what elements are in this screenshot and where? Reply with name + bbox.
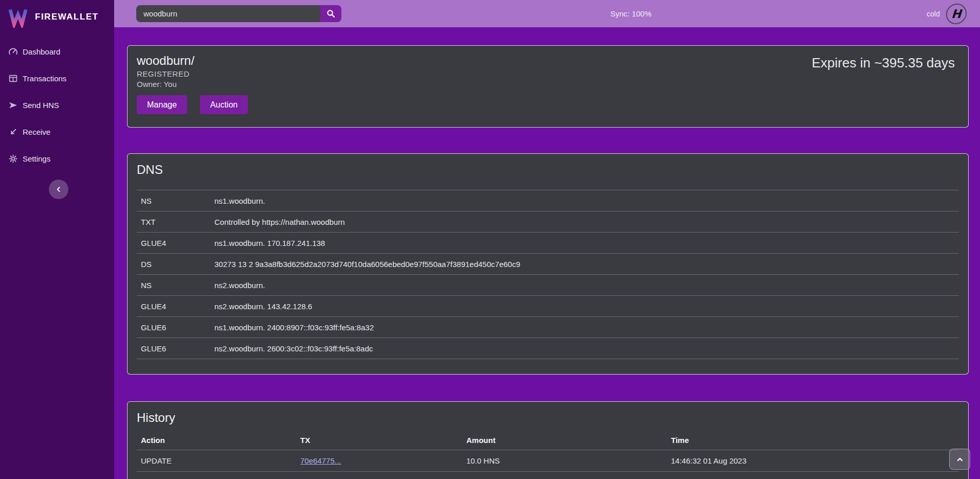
wallet-area[interactable]: cold H	[927, 0, 967, 27]
sidebar-nav: DashboardTransactionsSend HNSReceiveSett…	[0, 34, 114, 172]
settings-icon	[9, 154, 17, 163]
history-time: 15:47:36 07 Jul 2023	[667, 471, 959, 479]
dns-record-value: ns2.woodburn. 2600:3c02::f03c:93ff:fe5a:…	[210, 338, 959, 359]
dns-record-value: ns2.woodburn.	[210, 275, 959, 296]
dashboard-icon	[9, 47, 17, 56]
wallet-name: cold	[927, 10, 940, 18]
dns-record-row: NSns2.woodburn.	[137, 275, 959, 296]
dns-table: NSns1.woodburn.TXTControlled by https://…	[137, 190, 959, 359]
sidebar-item-dashboard[interactable]: Dashboard	[0, 38, 114, 65]
handshake-logo[interactable]: H	[946, 4, 968, 24]
dns-record-value: ns1.woodburn. 170.187.241.138	[210, 233, 959, 254]
history-header-row: Action TX Amount Time	[137, 431, 959, 450]
scroll-to-top-button[interactable]	[949, 449, 970, 470]
main-content: woodburn/ REGISTERED Owner: You Manage A…	[114, 27, 980, 479]
dns-record-value: 30273 13 2 9a3a8fb3d625d2a2073d740f10da6…	[210, 254, 959, 275]
history-table: Action TX Amount Time UPDATE70e64775...1…	[137, 431, 959, 479]
chevron-left-icon	[55, 186, 62, 193]
search-input[interactable]	[136, 5, 320, 22]
history-col-action: Action	[137, 431, 296, 450]
dns-title: DNS	[137, 162, 959, 178]
dns-record-type: GLUE6	[137, 317, 210, 338]
domain-actions: Manage Auction	[137, 95, 959, 114]
search-bar	[136, 5, 341, 22]
sidebar-item-settings[interactable]: Settings	[0, 145, 114, 172]
manage-button[interactable]: Manage	[137, 95, 187, 114]
dns-record-type: GLUE4	[137, 233, 210, 254]
expires-label: Expires in ~395.35 days	[812, 55, 955, 71]
auction-button[interactable]: Auction	[200, 95, 248, 114]
dns-record-row: GLUE6ns2.woodburn. 2600:3c02::f03c:93ff:…	[137, 338, 959, 359]
send-icon	[9, 101, 17, 110]
dns-record-type: DS	[137, 254, 210, 275]
history-tx: d41b8f02...	[296, 471, 462, 479]
transactions-icon	[9, 74, 17, 83]
dns-record-type: TXT	[137, 211, 210, 233]
sidebar: FIREWALLET DashboardTransactionsSend HNS…	[0, 0, 114, 479]
tx-link[interactable]: 70e64775...	[300, 456, 341, 465]
dns-record-row: DS30273 13 2 9a3a8fb3d625d2a2073d740f10d…	[137, 254, 959, 275]
brand-name: FIREWALLET	[35, 12, 99, 22]
history-row: RENEWd41b8f02...10.0 HNS15:47:36 07 Jul …	[137, 471, 959, 479]
sidebar-item-send-hns[interactable]: Send HNS	[0, 92, 114, 118]
history-card: History Action TX Amount Time UPDATE70e6…	[127, 401, 969, 479]
dns-record-type: NS	[137, 190, 210, 211]
topbar: Sync: 100% cold H	[114, 0, 980, 27]
history-tx: 70e64775...	[296, 450, 462, 471]
chevron-up-icon	[956, 455, 964, 464]
domain-owner: Owner: You	[137, 80, 959, 88]
firewallet-w-logo	[7, 6, 29, 28]
sync-status: Sync: 100%	[597, 9, 664, 18]
sidebar-item-label: Settings	[23, 154, 50, 163]
dns-record-row: GLUE4ns1.woodburn. 170.187.241.138	[137, 233, 959, 254]
search-button[interactable]	[320, 5, 341, 22]
dns-record-type: GLUE4	[137, 296, 210, 317]
domain-card: woodburn/ REGISTERED Owner: You Manage A…	[127, 45, 969, 128]
history-col-amount: Amount	[462, 431, 667, 450]
dns-record-row: GLUE6ns1.woodburn. 2400:8907::f03c:93ff:…	[137, 317, 959, 338]
sidebar-item-transactions[interactable]: Transactions	[0, 65, 114, 92]
sidebar-item-label: Receive	[23, 128, 50, 136]
dns-card: DNS NSns1.woodburn.TXTControlled by http…	[127, 153, 969, 375]
receive-icon	[9, 128, 17, 136]
history-amount: 10.0 HNS	[462, 450, 667, 471]
dns-record-type: GLUE6	[137, 338, 210, 359]
brand: FIREWALLET	[0, 0, 114, 34]
dns-record-value: ns1.woodburn. 2400:8907::f03c:93ff:fe5a:…	[210, 317, 959, 338]
history-col-time: Time	[667, 431, 959, 450]
history-action: RENEW	[137, 471, 296, 479]
history-time: 14:46:32 01 Aug 2023	[667, 450, 959, 471]
dns-record-value: ns1.woodburn.	[210, 190, 959, 211]
sidebar-item-label: Dashboard	[23, 47, 60, 56]
history-amount: 10.0 HNS	[462, 471, 667, 479]
dns-record-row: NSns1.woodburn.	[137, 190, 959, 211]
sidebar-item-label: Transactions	[23, 74, 66, 83]
search-icon	[326, 9, 335, 18]
dns-record-type: NS	[137, 275, 210, 296]
history-row: UPDATE70e64775...10.0 HNS14:46:32 01 Aug…	[137, 450, 959, 471]
dns-record-row: GLUE4ns2.woodburn. 143.42.128.6	[137, 296, 959, 317]
sidebar-item-label: Send HNS	[23, 101, 59, 110]
history-col-tx: TX	[296, 431, 462, 450]
dns-record-value: Controlled by https://nathan.woodburn	[210, 211, 959, 233]
dns-record-row: TXTControlled by https://nathan.woodburn	[137, 211, 959, 233]
sidebar-collapse-button[interactable]	[49, 180, 68, 199]
dns-record-value: ns2.woodburn. 143.42.128.6	[210, 296, 959, 317]
sidebar-item-receive[interactable]: Receive	[0, 118, 114, 145]
history-title: History	[137, 410, 959, 425]
history-action: UPDATE	[137, 450, 296, 471]
